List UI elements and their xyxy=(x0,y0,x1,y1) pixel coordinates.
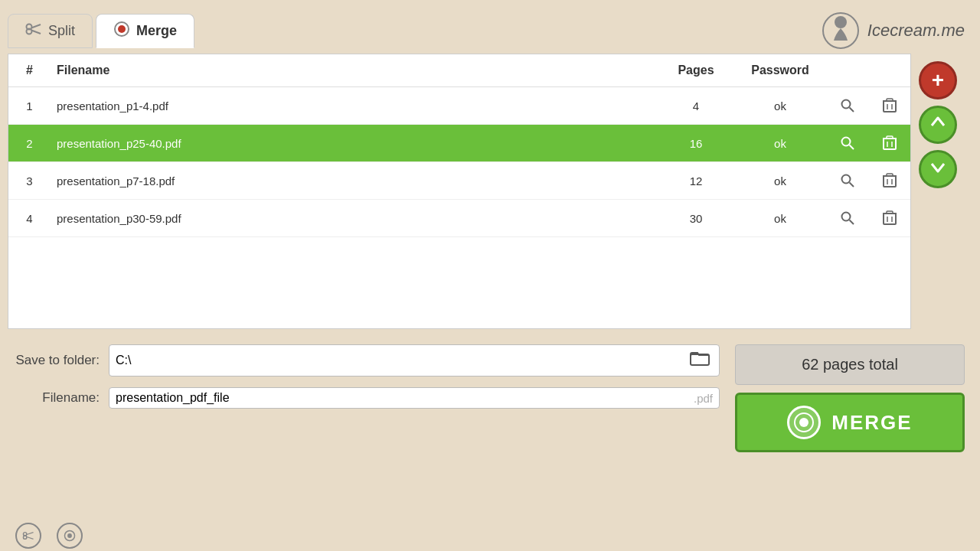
row-password: ok xyxy=(734,92,826,120)
row-search-btn[interactable] xyxy=(826,200,868,236)
brand: Icecream.me xyxy=(822,11,965,50)
row-search-btn[interactable] xyxy=(826,162,868,199)
save-folder-row: Save to folder: xyxy=(8,344,720,377)
tab-merge[interactable]: Merge xyxy=(96,14,194,48)
row-delete-btn[interactable] xyxy=(868,200,910,236)
svg-line-42 xyxy=(27,536,34,539)
row-pages: 4 xyxy=(658,92,734,120)
row-pages: 16 xyxy=(658,129,734,158)
svg-point-38 xyxy=(799,418,808,427)
filename-label: Filename: xyxy=(8,390,100,406)
up-arrow-icon xyxy=(929,112,947,137)
browse-folder-button[interactable] xyxy=(687,348,713,373)
delete-button[interactable] xyxy=(880,95,900,116)
bottom-area: Save to folder: Filename: .pdf 62 pages … xyxy=(0,329,980,460)
search-button[interactable] xyxy=(837,132,858,154)
table-row[interactable]: 4 presentation_p30-59.pdf 30 ok xyxy=(8,200,910,237)
delete-button[interactable] xyxy=(880,207,900,229)
col-pages: Pages xyxy=(658,60,734,80)
row-filename: presentation_p1-4.pdf xyxy=(51,92,658,120)
brand-name: Icecream.me xyxy=(867,21,965,41)
pdf-extension: .pdf xyxy=(694,392,713,405)
table-row[interactable]: 3 presentation_p7-18.pdf 12 ok xyxy=(8,162,910,200)
bottom-bar xyxy=(0,520,980,551)
row-password: ok xyxy=(734,129,826,158)
bottom-merge-icon-button[interactable] xyxy=(57,523,83,549)
row-password: ok xyxy=(734,204,826,233)
side-buttons: + xyxy=(911,54,965,329)
save-folder-label: Save to folder: xyxy=(8,353,100,368)
svg-point-8 xyxy=(841,100,850,109)
svg-rect-24 xyxy=(884,176,896,187)
col-password: Password xyxy=(734,60,826,80)
delete-button[interactable] xyxy=(880,132,900,154)
row-filename: presentation_p7-18.pdf xyxy=(51,167,658,195)
down-arrow-icon xyxy=(929,157,947,181)
add-icon: + xyxy=(932,68,944,93)
tab-split-label: Split xyxy=(48,23,75,39)
add-file-button[interactable]: + xyxy=(919,61,957,99)
svg-point-7 xyxy=(835,16,847,28)
merge-tab-icon xyxy=(113,21,130,41)
main-area: # Filename Pages Password 1 presentation… xyxy=(0,54,980,329)
col-search xyxy=(826,60,868,80)
svg-rect-10 xyxy=(884,101,896,112)
svg-point-5 xyxy=(118,25,126,33)
move-down-button[interactable] xyxy=(919,150,957,188)
svg-line-30 xyxy=(849,220,854,225)
table-header: # Filename Pages Password xyxy=(8,54,910,87)
move-up-button[interactable] xyxy=(919,106,957,144)
empty-area xyxy=(8,237,910,314)
svg-line-2 xyxy=(31,24,41,28)
col-num: # xyxy=(8,60,51,80)
svg-point-29 xyxy=(841,213,850,221)
pages-total: 62 pages total xyxy=(735,344,965,385)
svg-point-40 xyxy=(23,536,26,539)
row-num: 2 xyxy=(8,129,51,158)
save-folder-input[interactable] xyxy=(116,354,687,367)
svg-point-15 xyxy=(841,138,850,146)
filename-input[interactable] xyxy=(116,391,691,405)
split-tab-icon xyxy=(25,21,42,41)
svg-line-16 xyxy=(849,145,854,150)
row-filename: presentation_p25-40.pdf xyxy=(51,129,658,158)
search-button[interactable] xyxy=(837,170,858,191)
tabs: Split Merge xyxy=(8,14,194,48)
right-panel: 62 pages total MERGE xyxy=(735,344,965,452)
svg-line-3 xyxy=(31,30,41,34)
row-delete-btn[interactable] xyxy=(868,162,910,199)
table-row[interactable]: 2 presentation_p25-40.pdf 16 ok xyxy=(8,125,910,162)
row-search-btn[interactable] xyxy=(826,87,868,124)
tab-split[interactable]: Split xyxy=(8,14,93,48)
form-section: Save to folder: Filename: .pdf xyxy=(8,344,720,409)
row-pages: 30 xyxy=(658,204,734,233)
row-delete-btn[interactable] xyxy=(868,125,910,161)
col-filename: Filename xyxy=(51,60,658,80)
row-filename: presentation_p30-59.pdf xyxy=(51,204,658,233)
col-delete xyxy=(868,60,910,80)
tab-merge-label: Merge xyxy=(136,23,177,39)
delete-button[interactable] xyxy=(880,170,900,191)
svg-line-9 xyxy=(849,108,854,112)
merge-button[interactable]: MERGE xyxy=(735,393,965,452)
search-button[interactable] xyxy=(837,95,858,116)
header: Split Merge Icecream.me xyxy=(0,0,980,54)
row-num: 3 xyxy=(8,167,51,195)
svg-rect-31 xyxy=(884,214,896,224)
svg-line-23 xyxy=(849,183,854,187)
table-row[interactable]: 1 presentation_p1-4.pdf 4 ok xyxy=(8,87,910,125)
brand-logo-icon xyxy=(822,11,860,50)
row-search-btn[interactable] xyxy=(826,125,868,161)
row-delete-btn[interactable] xyxy=(868,87,910,124)
svg-rect-17 xyxy=(884,139,896,149)
merge-button-icon xyxy=(787,406,821,439)
row-num: 4 xyxy=(8,204,51,233)
bottom-split-icon-button[interactable] xyxy=(15,523,41,549)
svg-point-22 xyxy=(841,175,850,184)
svg-point-44 xyxy=(67,533,72,538)
row-pages: 12 xyxy=(658,167,734,195)
svg-line-41 xyxy=(27,533,34,535)
search-button[interactable] xyxy=(837,207,858,229)
row-num: 1 xyxy=(8,92,51,120)
svg-rect-36 xyxy=(691,354,709,365)
